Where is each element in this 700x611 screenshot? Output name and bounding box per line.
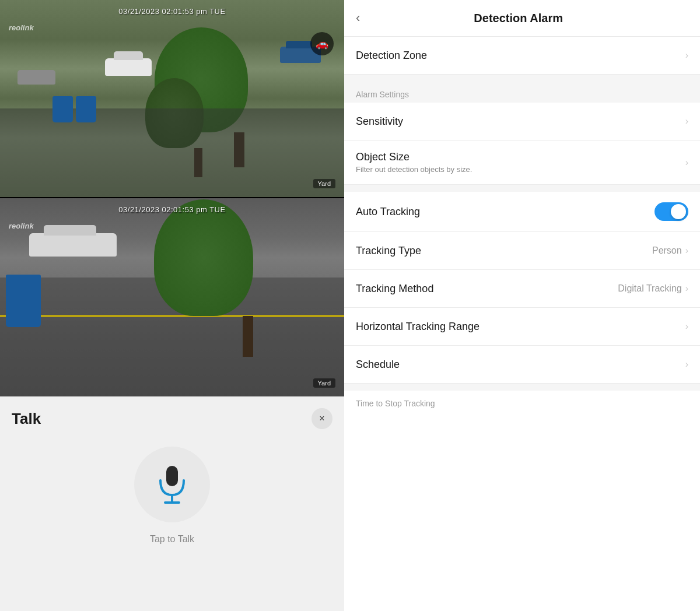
camera-feed-1[interactable]: 03/21/2023 02:01:53 pm TUE reolink Yard … bbox=[0, 0, 344, 198]
auto-tracking-toggle[interactable] bbox=[654, 202, 688, 221]
menu-item-title-horizontal-tracking-range: Horizontal Tracking Range bbox=[356, 321, 685, 333]
menu-item-content-schedule: Schedule bbox=[356, 359, 685, 371]
spacer-3 bbox=[344, 384, 700, 391]
chevron-icon-object-size: › bbox=[685, 157, 688, 168]
settings-header: ‹ Detection Alarm bbox=[344, 0, 700, 37]
menu-item-title-tracking-type: Tracking Type bbox=[356, 245, 652, 257]
car-gray bbox=[18, 70, 55, 85]
menu-item-title-tracking-method: Tracking Method bbox=[356, 283, 618, 295]
yard-label-1: Yard bbox=[313, 179, 335, 188]
menu-item-title-detection-zone: Detection Zone bbox=[356, 50, 685, 62]
camera-feed-2[interactable]: 03/21/2023 02:01:53 pm TUE reolink Yard bbox=[0, 198, 344, 396]
settings-title: Detection Alarm bbox=[372, 12, 665, 25]
menu-item-right-schedule: › bbox=[685, 359, 688, 370]
spacer-1 bbox=[344, 75, 700, 82]
camera-timestamp-2: 03/21/2023 02:01:53 pm TUE bbox=[118, 205, 225, 214]
talk-title: Talk bbox=[12, 410, 41, 428]
blue-bin-large bbox=[6, 275, 41, 327]
bottom-section-label: Time to Stop Tracking bbox=[344, 391, 700, 412]
menu-item-content-auto-tracking: Auto Tracking bbox=[356, 206, 654, 218]
chevron-icon-tracking-method: › bbox=[685, 283, 688, 294]
menu-item-object-size[interactable]: Object Size Filter out detection objects… bbox=[344, 141, 700, 185]
menu-item-content-detection-zone: Detection Zone bbox=[356, 50, 685, 62]
car-white bbox=[105, 58, 152, 76]
menu-item-content-tracking-type: Tracking Type bbox=[356, 245, 652, 257]
tracking-method-value: Digital Tracking bbox=[618, 283, 681, 294]
detection-icon-1: 🚗 bbox=[310, 32, 334, 55]
close-button[interactable]: × bbox=[312, 408, 332, 429]
blue-bin-1 bbox=[52, 96, 73, 122]
chevron-icon-tracking-type: › bbox=[685, 245, 688, 256]
menu-item-detection-zone[interactable]: Detection Zone › bbox=[344, 37, 700, 75]
menu-item-auto-tracking[interactable]: Auto Tracking bbox=[344, 192, 700, 232]
menu-item-content-horizontal-tracking-range: Horizontal Tracking Range bbox=[356, 321, 685, 333]
tap-to-talk-label: Tap to Talk bbox=[150, 534, 194, 545]
menu-item-right-horizontal-tracking-range: › bbox=[685, 321, 688, 332]
menu-item-subtitle-object-size: Filter out detection objects by size. bbox=[356, 165, 685, 174]
brand-logo-1: reolink bbox=[9, 23, 34, 32]
right-panel: ‹ Detection Alarm Detection Zone › Alarm… bbox=[344, 0, 700, 611]
chevron-icon-schedule: › bbox=[685, 359, 688, 370]
chevron-icon-detection-zone: › bbox=[685, 50, 688, 61]
chevron-icon-horizontal-tracking-range: › bbox=[685, 321, 688, 332]
menu-item-content-object-size: Object Size Filter out detection objects… bbox=[356, 151, 685, 174]
menu-item-schedule[interactable]: Schedule › bbox=[344, 346, 700, 384]
chevron-icon-sensitivity: › bbox=[685, 116, 688, 127]
menu-item-tracking-type[interactable]: Tracking Type Person › bbox=[344, 232, 700, 270]
brand-logo-2: reolink bbox=[9, 222, 34, 230]
left-panel: 03/21/2023 02:01:53 pm TUE reolink Yard … bbox=[0, 0, 344, 611]
microphone-icon bbox=[155, 463, 190, 507]
menu-item-horizontal-tracking-range[interactable]: Horizontal Tracking Range › bbox=[344, 308, 700, 346]
menu-item-content-tracking-method: Tracking Method bbox=[356, 283, 618, 295]
tracking-type-value: Person bbox=[652, 245, 682, 256]
menu-item-title-sensitivity: Sensitivity bbox=[356, 115, 685, 128]
back-button[interactable]: ‹ bbox=[356, 10, 360, 26]
menu-item-title-object-size: Object Size bbox=[356, 151, 685, 163]
talk-header: Talk × bbox=[12, 408, 332, 429]
section-label-alarm: Alarm Settings bbox=[344, 82, 700, 103]
menu-item-tracking-method[interactable]: Tracking Method Digital Tracking › bbox=[344, 270, 700, 308]
mic-button[interactable] bbox=[134, 447, 210, 522]
spacer-2 bbox=[344, 185, 700, 192]
blue-bin-2 bbox=[76, 96, 96, 122]
yard-label-2: Yard bbox=[313, 378, 335, 388]
menu-item-title-auto-tracking: Auto Tracking bbox=[356, 206, 654, 218]
camera-timestamp-1: 03/21/2023 02:01:53 pm TUE bbox=[118, 7, 225, 16]
menu-item-right-detection-zone: › bbox=[685, 50, 688, 61]
menu-item-right-sensitivity: › bbox=[685, 116, 688, 127]
toggle-knob bbox=[671, 204, 686, 219]
menu-item-sensitivity[interactable]: Sensitivity › bbox=[344, 103, 700, 141]
menu-item-title-schedule: Schedule bbox=[356, 359, 685, 371]
svg-rect-0 bbox=[166, 466, 178, 486]
menu-item-content-sensitivity: Sensitivity bbox=[356, 115, 685, 128]
menu-item-right-object-size: › bbox=[685, 157, 688, 168]
talk-panel: Talk × Tap to Talk bbox=[0, 396, 344, 611]
menu-item-right-tracking-type: Person › bbox=[652, 245, 688, 256]
menu-item-right-tracking-method: Digital Tracking › bbox=[618, 283, 688, 294]
car-feed2 bbox=[29, 233, 117, 257]
